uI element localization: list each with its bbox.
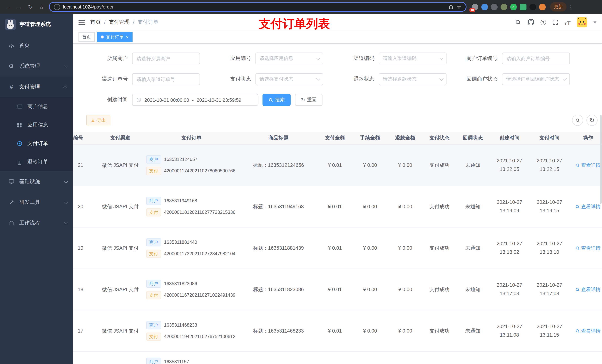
browser-profile-avatar[interactable] bbox=[539, 3, 546, 10]
filter-merchant-order-no: 商户订单编号 bbox=[456, 52, 570, 64]
filter-row-2: 渠道订单号 支付状态 请选择支付状态 退款状态 请选择退款状态 bbox=[73, 73, 602, 85]
reset-button[interactable]: ↻ 重置 bbox=[295, 94, 322, 106]
chevron-down-icon bbox=[64, 64, 68, 68]
sidebar-item-label: 退款订单 bbox=[27, 159, 48, 165]
sidebar-item-system[interactable]: ⚙ 系统管理 bbox=[0, 56, 73, 77]
download-icon bbox=[91, 118, 95, 123]
app-logo[interactable]: 芋道管理系统 bbox=[0, 14, 73, 35]
breadcrumb-home[interactable]: 首页 bbox=[90, 19, 101, 26]
browser-back-button[interactable]: ← bbox=[3, 2, 13, 12]
browser-menu-icon[interactable]: ⋮ bbox=[567, 3, 575, 10]
sidebar-item-refund-order[interactable]: 退款订单 bbox=[0, 153, 73, 171]
notification-badge: 10 bbox=[469, 8, 475, 12]
filter-pay-status: 支付状态 请选择支付状态 bbox=[210, 73, 323, 85]
tab-home[interactable]: 首页 bbox=[78, 32, 95, 42]
browser-forward-button[interactable]: → bbox=[14, 2, 24, 12]
search-icon bbox=[575, 118, 580, 123]
table-row[interactable]: 19 微信 JSAPI 支付 商户1635311881440 支付4200001… bbox=[73, 228, 602, 269]
sidebar-item-infra[interactable]: 基础设施 bbox=[0, 171, 73, 192]
search-icon[interactable] bbox=[515, 19, 521, 26]
tab-pay-order[interactable]: 支付订单 × bbox=[97, 32, 132, 42]
scaled-stage: ← → ↻ ⌂ i localhost:1024/pay/order ☆ 10 … bbox=[0, 0, 602, 364]
sidebar-item-dev-tools[interactable]: 研发工具 bbox=[0, 192, 73, 213]
table-row[interactable]: 21 微信 JSAPI 支付 商户1635312124657 支付4200001… bbox=[73, 145, 602, 186]
close-icon[interactable]: × bbox=[126, 35, 129, 39]
browser-update-button[interactable]: 更新 bbox=[550, 2, 567, 11]
pay-status-select[interactable]: 请选择支付状态 bbox=[256, 73, 323, 85]
page-title: 支付订单列表 bbox=[259, 16, 330, 32]
view-detail-link[interactable]: 查看详情 bbox=[575, 328, 601, 334]
bookmark-star-icon[interactable]: ☆ bbox=[457, 4, 461, 10]
extension-icon-3[interactable] bbox=[491, 3, 498, 10]
refund-status-select[interactable]: 请选择退款状态 bbox=[379, 73, 447, 85]
pay-tag: 支付 bbox=[146, 291, 161, 299]
merchant-order-no-input[interactable] bbox=[502, 52, 570, 64]
app-select[interactable]: 请选择应用信息 bbox=[256, 52, 323, 64]
filter-create-time: 创建时间 2021-10-01 00:00:00 - 2021-10-31 23… bbox=[86, 94, 258, 106]
monitor-icon bbox=[8, 179, 14, 185]
channel-code-select[interactable]: 请输入渠道编码 bbox=[379, 52, 447, 64]
chevron-down-icon bbox=[316, 77, 321, 81]
channel-order-no-input[interactable] bbox=[132, 73, 200, 85]
sidebar-item-app-info[interactable]: 应用信息 bbox=[0, 116, 73, 134]
sidebar-item-workflow[interactable]: 工作流程 bbox=[0, 213, 73, 233]
browser-reload-button[interactable]: ↻ bbox=[25, 2, 35, 12]
filter-merchant: 所属商户 bbox=[86, 52, 200, 64]
table-row[interactable]: 18 微信 JSAPI 支付 商户1635311823086 支付4200001… bbox=[73, 269, 602, 310]
sidebar-item-label: 应用信息 bbox=[27, 122, 48, 128]
sidebar-item-label: 商户信息 bbox=[27, 103, 48, 110]
breadcrumb: 首页 / 支付管理 / 支付订单 bbox=[90, 19, 159, 26]
view-detail-link[interactable]: 查看详情 bbox=[575, 162, 601, 168]
notify-status-select[interactable]: 请选择订单回调商户状态 bbox=[502, 73, 570, 85]
filter-channel-order-no: 渠道订单号 bbox=[86, 73, 200, 85]
date-end: 2021-10-31 23:59:59 bbox=[197, 97, 241, 103]
export-button[interactable]: 导出 bbox=[86, 115, 110, 125]
view-detail-link[interactable]: 查看详情 bbox=[575, 245, 601, 251]
date-range-picker[interactable]: 2021-10-01 00:00:00 - 2021-10-31 23:59:5… bbox=[132, 94, 258, 106]
extension-icon-2[interactable] bbox=[481, 3, 488, 10]
extension-icon-chat[interactable] bbox=[520, 3, 527, 10]
pay-tag: 支付 bbox=[146, 167, 161, 175]
extension-icon-1[interactable]: 10 bbox=[472, 3, 478, 10]
extension-icon-check[interactable]: ✓ bbox=[510, 3, 517, 10]
font-size-icon[interactable]: TT bbox=[564, 19, 570, 26]
extension-icon-4[interactable] bbox=[501, 3, 507, 10]
avatar-caret-icon[interactable] bbox=[593, 21, 596, 23]
filter-app: 应用编号 请选择应用信息 bbox=[210, 52, 323, 64]
github-icon[interactable] bbox=[527, 19, 534, 26]
refresh-icon: ↻ bbox=[301, 97, 305, 103]
pay-tag: 支付 bbox=[146, 333, 161, 341]
fullscreen-icon[interactable] bbox=[552, 19, 558, 26]
app-window: 芋道管理系统 首页 ⚙ 系统管理 ¥ 支付管理 bbox=[0, 14, 602, 364]
collapse-sidebar-icon[interactable] bbox=[78, 20, 85, 25]
share-icon[interactable] bbox=[449, 4, 454, 10]
merchant-input[interactable] bbox=[132, 52, 200, 64]
refresh-icon: ↻ bbox=[590, 117, 595, 124]
user-avatar[interactable] bbox=[577, 17, 587, 27]
view-detail-link[interactable]: 查看详情 bbox=[575, 286, 601, 293]
breadcrumb-pay[interactable]: 支付管理 bbox=[109, 19, 129, 26]
table-row[interactable]: 20 微信 JSAPI 支付 商户1635311949168 支付4200001… bbox=[73, 186, 602, 228]
help-icon[interactable]: ? bbox=[540, 19, 546, 26]
scrollbar-thumb[interactable] bbox=[600, 115, 602, 204]
extension-icon-dark[interactable] bbox=[529, 3, 536, 10]
sidebar-item-label: 支付管理 bbox=[19, 83, 40, 90]
browser-home-button[interactable]: ⌂ bbox=[36, 2, 47, 12]
url-bar[interactable]: i localhost:1024/pay/order ☆ bbox=[49, 2, 466, 12]
refresh-button[interactable]: ↻ bbox=[586, 115, 598, 126]
logo-image bbox=[5, 19, 16, 30]
view-detail-link[interactable]: 查看详情 bbox=[575, 203, 601, 210]
sidebar: 芋道管理系统 首页 ⚙ 系统管理 ¥ 支付管理 bbox=[0, 14, 73, 364]
sidebar-item-merchant-info[interactable]: 商户信息 bbox=[0, 97, 73, 116]
table-row-partial[interactable]: 商户1635311157 bbox=[73, 352, 602, 364]
filter-refund-status: 退款状态 请选择退款状态 bbox=[333, 73, 447, 85]
sidebar-item-pay[interactable]: ¥ 支付管理 bbox=[0, 77, 73, 97]
table-row[interactable]: 17 微信 JSAPI 支付 商户1635311468233 支付4200001… bbox=[73, 310, 602, 352]
header-actions: ? TT bbox=[515, 17, 596, 27]
search-button[interactable]: 搜索 bbox=[262, 94, 291, 106]
hide-search-button[interactable] bbox=[572, 115, 583, 126]
sidebar-item-pay-order[interactable]: 支付订单 bbox=[0, 134, 73, 153]
page-info-icon[interactable]: i bbox=[54, 4, 60, 10]
merchant-tag: 商户 bbox=[146, 155, 161, 164]
sidebar-item-home[interactable]: 首页 bbox=[0, 35, 73, 56]
